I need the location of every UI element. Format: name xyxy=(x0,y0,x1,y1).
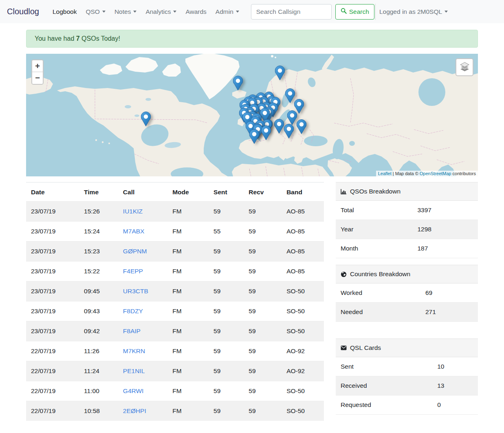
nav-link-label: Admin xyxy=(216,8,233,15)
nav-link-awards[interactable]: Awards xyxy=(181,5,211,19)
qso-cell-recv: 59 xyxy=(244,381,282,401)
nav-link-logbook[interactable]: Logbook xyxy=(48,5,81,19)
chevron-down-icon xyxy=(173,11,176,13)
stat-label: Received xyxy=(341,382,437,389)
qso-cell-mode: FM xyxy=(167,301,209,321)
callsign-link[interactable]: M7ABX xyxy=(123,228,145,235)
qso-cell-band: SO-50 xyxy=(282,281,324,301)
stat-label: Month xyxy=(341,245,418,252)
map-pin-icon[interactable] xyxy=(233,76,243,92)
map-pin-icon[interactable] xyxy=(141,112,151,128)
map-pin-icon[interactable] xyxy=(249,129,260,145)
stat-row-total: Total3397 xyxy=(336,201,478,220)
chevron-down-icon xyxy=(236,11,239,13)
nav-link-qso[interactable]: QSO xyxy=(81,5,110,19)
nav-link-admin[interactable]: Admin xyxy=(211,5,244,19)
search-input[interactable] xyxy=(251,4,332,20)
openstreetmap-link[interactable]: OpenStreetMap xyxy=(420,171,451,176)
table-row: 22/07/1910:582EØHPIFM5959SO-50 xyxy=(26,401,324,421)
map-pin-icon[interactable] xyxy=(274,119,284,135)
nav-link-label: Awards xyxy=(185,8,206,15)
nav-item-notes: Notes xyxy=(110,5,141,19)
qso-cell-time: 10:58 xyxy=(79,401,118,421)
qso-cell-recv: 59 xyxy=(244,242,282,262)
callsign-link[interactable]: 2EØHPI xyxy=(123,407,146,414)
user-menu-label: Logged in as 2M0SQL xyxy=(379,8,442,15)
qso-cell-sent: 59 xyxy=(209,361,244,381)
qso-today-alert: You have had 7 QSOs Today! xyxy=(26,30,478,48)
qso-cell-mode: FM xyxy=(167,321,209,341)
qso-cell-band: SO-50 xyxy=(282,301,324,321)
map-pin-icon[interactable] xyxy=(297,119,307,136)
search-button[interactable]: Search xyxy=(335,4,374,20)
stat-row-sent: Sent10 xyxy=(336,357,478,376)
stat-label: Requested xyxy=(341,401,437,409)
table-row: 23/07/1915:22F4EPPFM5959AO-85 xyxy=(26,262,324,281)
chevron-down-icon xyxy=(445,11,448,13)
qso-call-cell: F8DZY xyxy=(118,301,167,321)
qso-cell-time: 15:23 xyxy=(79,242,118,262)
qso-cell-date: 22/07/19 xyxy=(26,401,79,421)
main-nav: LogbookQSONotesAnalyticsAwardsAdmin xyxy=(48,5,244,19)
callsign-link[interactable]: F8AIP xyxy=(123,327,141,334)
stat-value: 1298 xyxy=(418,226,431,233)
qso-cell-band: AO-92 xyxy=(282,341,324,361)
qso-cell-time: 11:26 xyxy=(79,341,118,361)
callsign-link[interactable]: PE1NIL xyxy=(123,367,145,374)
stat-label: Sent xyxy=(341,363,437,370)
callsign-link[interactable]: M7KRN xyxy=(123,347,145,354)
alert-text-prefix: You have had xyxy=(35,35,76,42)
recent-qsos-table: DateTimeCallModeSentRecvBand 23/07/1915:… xyxy=(26,182,324,421)
map-pin-icon[interactable] xyxy=(284,124,294,140)
qso-cell-recv: 59 xyxy=(244,262,282,281)
stat-row-requested: Requested0 xyxy=(336,396,478,415)
qso-cell-sent: 59 xyxy=(209,401,244,421)
qso-cell-band: AO-85 xyxy=(282,222,324,242)
qso-cell-time: 15:24 xyxy=(79,222,118,242)
stat-value: 0 xyxy=(437,401,441,409)
brand-logo[interactable]: Cloudlog xyxy=(7,7,39,16)
user-menu[interactable]: Logged in as 2M0SQL xyxy=(379,8,448,15)
zoom-out-button[interactable]: − xyxy=(32,72,43,84)
callsign-link[interactable]: UR3CTB xyxy=(123,288,148,295)
qso-cell-mode: FM xyxy=(167,361,209,381)
qso-world-map[interactable]: + − Leaflet | Map data © OpenStreetMap c… xyxy=(26,54,478,176)
callsign-link[interactable]: F4EPP xyxy=(123,268,143,275)
bar-chart-icon xyxy=(341,189,347,195)
column-header-recv: Recv xyxy=(244,182,282,202)
nav-link-analytics[interactable]: Analytics xyxy=(141,5,181,19)
table-row: 22/07/1911:26M7KRNFM5959AO-92 xyxy=(26,341,324,361)
qsos-breakdown-card: QSOs BreakdownTotal3397Year1298Month187 xyxy=(336,182,478,258)
callsign-link[interactable]: IU1KIZ xyxy=(123,208,143,215)
qso-cell-date: 23/07/19 xyxy=(26,321,79,341)
leaflet-link[interactable]: Leaflet xyxy=(378,171,392,176)
nav-link-notes[interactable]: Notes xyxy=(110,5,141,19)
qso-cell-date: 23/07/19 xyxy=(26,242,79,262)
column-header-sent: Sent xyxy=(209,182,244,202)
qso-cell-band: AO-85 xyxy=(282,242,324,262)
table-row: 23/07/1909:45UR3CTBFM5959SO-50 xyxy=(26,281,324,301)
qso-cell-sent: 55 xyxy=(209,222,244,242)
qso-cell-recv: 59 xyxy=(244,341,282,361)
qso-cell-mode: FM xyxy=(167,242,209,262)
callsign-link[interactable]: GØPNM xyxy=(123,248,147,255)
qso-cell-date: 23/07/19 xyxy=(26,281,79,301)
stat-value: 3397 xyxy=(418,207,431,214)
qso-cell-date: 22/07/19 xyxy=(26,341,79,361)
qso-cell-sent: 59 xyxy=(209,341,244,361)
navbar-divider xyxy=(375,4,376,20)
qso-cell-time: 11:24 xyxy=(79,361,118,381)
table-row: 22/07/1911:24PE1NILFM5959AO-92 xyxy=(26,361,324,381)
zoom-in-button[interactable]: + xyxy=(32,60,43,72)
callsign-link[interactable]: G4RWI xyxy=(123,387,144,394)
map-pin-icon[interactable] xyxy=(275,66,285,82)
callsign-link[interactable]: F8DZY xyxy=(123,308,143,314)
stat-label: Total xyxy=(341,207,418,214)
qso-cell-band: SO-50 xyxy=(282,321,324,341)
qso-cell-recv: 59 xyxy=(244,301,282,321)
map-layers-control[interactable] xyxy=(456,58,473,76)
map-pin-icon[interactable] xyxy=(261,125,271,142)
stat-row-worked: Worked69 xyxy=(336,284,478,303)
qso-cell-sent: 59 xyxy=(209,242,244,262)
qso-cell-sent: 59 xyxy=(209,262,244,281)
